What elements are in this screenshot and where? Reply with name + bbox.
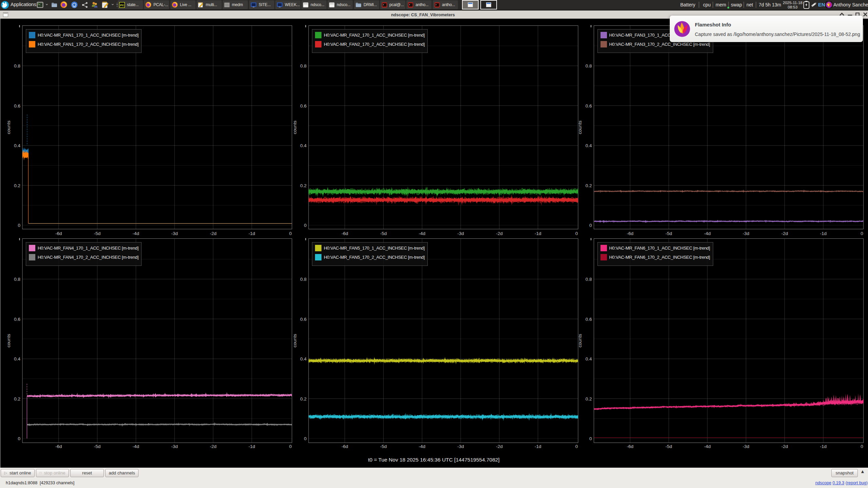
svg-text:0.6: 0.6 bbox=[14, 317, 20, 322]
svg-text:0.2: 0.2 bbox=[14, 183, 20, 188]
svg-text:0.6: 0.6 bbox=[300, 103, 307, 109]
svg-text:-6d: -6d bbox=[627, 231, 633, 236]
svg-text:-2d: -2d bbox=[210, 231, 217, 236]
svg-text:-6d: -6d bbox=[341, 444, 348, 449]
svg-text:-4d: -4d bbox=[133, 231, 140, 236]
svg-text:-1d: -1d bbox=[820, 444, 827, 449]
svg-text:0.4: 0.4 bbox=[14, 356, 20, 362]
svg-text:0.8: 0.8 bbox=[14, 63, 20, 69]
svg-text:0.4: 0.4 bbox=[300, 356, 307, 362]
svg-text:0: 0 bbox=[575, 444, 578, 449]
svg-text:0.6: 0.6 bbox=[586, 103, 592, 109]
svg-text:0.2: 0.2 bbox=[300, 396, 307, 402]
svg-text:-2d: -2d bbox=[496, 444, 503, 449]
svg-text:0.8: 0.8 bbox=[14, 277, 20, 282]
svg-text:-5d: -5d bbox=[665, 231, 672, 236]
svg-text:counts: counts bbox=[6, 120, 11, 134]
svg-text:-3d: -3d bbox=[171, 231, 178, 236]
svg-text:-3d: -3d bbox=[743, 444, 750, 449]
svg-text:0: 0 bbox=[289, 444, 292, 449]
svg-text:-1d: -1d bbox=[248, 231, 255, 236]
svg-text:-1d: -1d bbox=[535, 231, 541, 236]
svg-text:-2d: -2d bbox=[781, 444, 788, 449]
svg-text:0.4: 0.4 bbox=[14, 143, 20, 148]
svg-text:-4d: -4d bbox=[704, 444, 711, 449]
svg-text:0: 0 bbox=[589, 436, 592, 441]
svg-text:0: 0 bbox=[304, 436, 307, 441]
svg-text:counts: counts bbox=[6, 334, 11, 347]
svg-text:-5d: -5d bbox=[380, 231, 387, 236]
svg-text:counts: counts bbox=[292, 334, 297, 347]
svg-text:0.2: 0.2 bbox=[586, 396, 592, 402]
svg-text:0: 0 bbox=[304, 223, 307, 228]
svg-text:-1d: -1d bbox=[248, 444, 255, 449]
svg-text:0: 0 bbox=[589, 223, 592, 228]
svg-text:-5d: -5d bbox=[380, 444, 387, 449]
svg-text:0.2: 0.2 bbox=[586, 183, 592, 188]
svg-text:-1d: -1d bbox=[820, 231, 827, 236]
svg-text:0: 0 bbox=[861, 444, 863, 449]
svg-text:-6d: -6d bbox=[627, 444, 633, 449]
svg-text:0.6: 0.6 bbox=[300, 317, 307, 322]
svg-text:0: 0 bbox=[18, 436, 20, 441]
svg-text:0.8: 0.8 bbox=[586, 63, 592, 69]
svg-text:0: 0 bbox=[575, 231, 578, 236]
svg-text:-5d: -5d bbox=[94, 231, 101, 236]
svg-text:-2d: -2d bbox=[496, 231, 503, 236]
svg-text:0: 0 bbox=[861, 231, 863, 236]
svg-text:-3d: -3d bbox=[743, 231, 750, 236]
svg-text:0.4: 0.4 bbox=[300, 143, 307, 148]
svg-text:0.8: 0.8 bbox=[300, 277, 307, 282]
svg-text:-4d: -4d bbox=[704, 231, 711, 236]
svg-text:-6d: -6d bbox=[55, 444, 62, 449]
svg-text:counts: counts bbox=[577, 334, 583, 347]
svg-text:-4d: -4d bbox=[133, 444, 140, 449]
svg-text:counts: counts bbox=[292, 120, 297, 134]
svg-text:0.8: 0.8 bbox=[300, 63, 307, 69]
svg-text:-3d: -3d bbox=[457, 444, 464, 449]
svg-text:-4d: -4d bbox=[419, 231, 426, 236]
svg-text:-2d: -2d bbox=[210, 444, 217, 449]
svg-text:-3d: -3d bbox=[171, 444, 178, 449]
svg-text:0.6: 0.6 bbox=[586, 317, 592, 322]
svg-text:-4d: -4d bbox=[419, 444, 426, 449]
svg-text:-6d: -6d bbox=[55, 231, 62, 236]
svg-text:0.6: 0.6 bbox=[14, 103, 20, 109]
svg-text:0.4: 0.4 bbox=[586, 356, 592, 362]
svg-text:counts: counts bbox=[577, 120, 583, 134]
svg-text:0.2: 0.2 bbox=[300, 183, 307, 188]
svg-text:0.2: 0.2 bbox=[14, 396, 20, 402]
svg-text:0: 0 bbox=[18, 223, 20, 228]
svg-text:-2d: -2d bbox=[781, 231, 788, 236]
svg-text:0.4: 0.4 bbox=[586, 143, 592, 148]
svg-text:0: 0 bbox=[289, 231, 292, 236]
svg-text:-5d: -5d bbox=[665, 444, 672, 449]
svg-text:-5d: -5d bbox=[94, 444, 101, 449]
svg-text:-6d: -6d bbox=[341, 231, 348, 236]
svg-text:0.8: 0.8 bbox=[586, 277, 592, 282]
svg-text:PC: PC bbox=[120, 4, 124, 7]
svg-text:-1d: -1d bbox=[535, 444, 541, 449]
svg-text:-3d: -3d bbox=[457, 231, 464, 236]
